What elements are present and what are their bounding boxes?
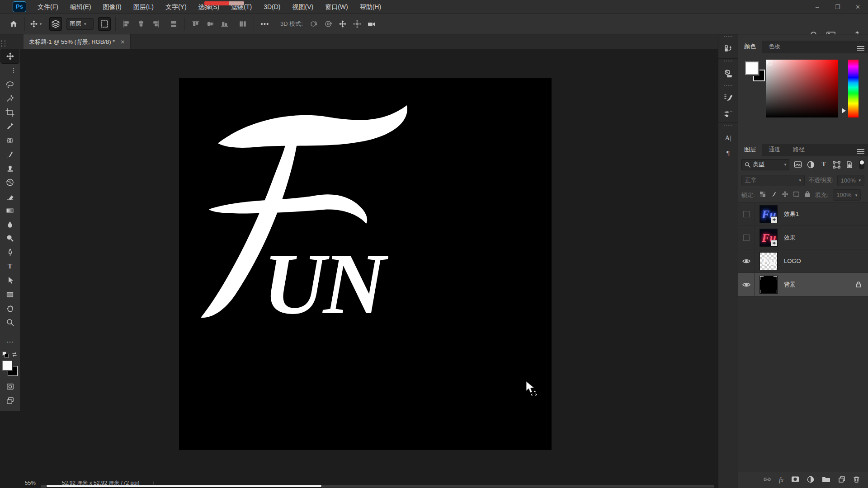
align-vertical-centers-icon[interactable]: [204, 17, 217, 31]
layer-name[interactable]: 效果: [784, 234, 796, 242]
layer-thumbnail[interactable]: [760, 276, 778, 294]
layer-name[interactable]: 背景: [784, 281, 796, 289]
saturation-brightness-field[interactable]: [766, 60, 838, 117]
auto-select-target-dropdown[interactable]: 图层▾: [66, 18, 94, 30]
strip-grip[interactable]: [724, 36, 732, 38]
layer-visibility-toggle[interactable]: [738, 226, 755, 249]
eraser-tool-button[interactable]: [1, 189, 19, 203]
rectangle-tool-button[interactable]: [1, 287, 19, 301]
filter-type-layers-icon[interactable]: T: [819, 161, 828, 168]
type-tool-button[interactable]: T: [1, 259, 19, 273]
more-align-options-icon[interactable]: •••: [259, 17, 271, 31]
add-layer-mask-icon[interactable]: [791, 476, 799, 484]
filter-pixel-layers-icon[interactable]: [793, 161, 802, 168]
menu-item-layer[interactable]: 图层(L): [127, 0, 160, 14]
swap-colors-icon[interactable]: [11, 352, 18, 358]
lock-image-pixels-icon[interactable]: [770, 191, 777, 199]
layer-name[interactable]: LOGO: [784, 258, 801, 264]
layer-name[interactable]: 效果1: [784, 210, 799, 218]
screen-mode-button[interactable]: [1, 394, 19, 408]
3d-camera-icon[interactable]: [365, 17, 378, 31]
align-horizontal-centers-icon[interactable]: [135, 17, 147, 31]
foreground-background-swatches[interactable]: [2, 361, 18, 376]
move-tool-preset-icon[interactable]: ▾: [29, 17, 42, 31]
delete-layer-icon[interactable]: [853, 476, 860, 485]
color-field-marker[interactable]: [767, 61, 772, 66]
history-brush-tool-button[interactable]: [1, 175, 19, 189]
brushes-panel-icon[interactable]: [722, 108, 734, 119]
magic-wand-tool-button[interactable]: [1, 91, 19, 105]
layer-visibility-toggle[interactable]: [738, 249, 755, 273]
hue-slider-pointer[interactable]: [842, 108, 846, 113]
document-close-icon[interactable]: ✕: [120, 39, 125, 45]
distribute-horizontal-icon[interactable]: [167, 17, 180, 31]
close-button[interactable]: ✕: [848, 0, 868, 14]
layer-filtering-toggle[interactable]: [859, 160, 864, 169]
menu-item-edit[interactable]: 编辑(E): [64, 0, 97, 14]
history-panel-icon[interactable]: [722, 44, 734, 55]
horizontal-scrollbar-thumb[interactable]: [46, 485, 322, 488]
new-layer-icon[interactable]: [838, 476, 845, 485]
layer-row-background[interactable]: 背景: [738, 273, 868, 296]
blend-mode-dropdown[interactable]: 正常▾: [741, 175, 805, 186]
document-tab[interactable]: 未标题-1 @ 55% (背景, RGB/8) * ✕: [24, 34, 131, 49]
layer-visibility-toggle[interactable]: [738, 273, 755, 296]
dodge-tool-button[interactable]: [1, 231, 19, 245]
opacity-dropdown[interactable]: 100%▾: [837, 175, 864, 186]
smudge-tool-button[interactable]: [1, 217, 19, 231]
auto-select-toggle-icon[interactable]: [49, 17, 62, 31]
filter-adjustment-layers-icon[interactable]: [807, 161, 816, 169]
menu-item-image[interactable]: 图像(I): [97, 0, 127, 14]
move-tool-button[interactable]: [1, 49, 19, 63]
foreground-color-swatch[interactable]: [2, 361, 12, 371]
crop-tool-button[interactable]: [1, 105, 19, 119]
strip-grip[interactable]: [724, 85, 732, 87]
fill-dropdown[interactable]: 100%▾: [833, 189, 861, 201]
hand-tool-button[interactable]: [1, 301, 19, 315]
brush-tool-button[interactable]: [1, 147, 19, 161]
pen-tool-button[interactable]: [1, 245, 19, 259]
layer-visibility-toggle[interactable]: [738, 202, 755, 226]
strip-grip[interactable]: [724, 125, 732, 127]
lock-all-icon[interactable]: [804, 191, 811, 199]
3d-roll-icon[interactable]: [322, 17, 335, 31]
clone-stamp-tool-button[interactable]: [1, 161, 19, 175]
restore-button[interactable]: ❐: [827, 0, 848, 14]
menu-item-type[interactable]: 文字(Y): [160, 0, 193, 14]
tab-paths[interactable]: 路径: [787, 143, 811, 156]
align-top-edges-icon[interactable]: [189, 17, 202, 31]
minimize-button[interactable]: –: [807, 0, 827, 14]
3d-panel-icon[interactable]: [722, 68, 734, 79]
brush-settings-panel-icon[interactable]: [722, 93, 734, 103]
horizontal-scrollbar[interactable]: [41, 485, 714, 488]
zoom-tool-button[interactable]: [1, 315, 19, 329]
filter-shape-layers-icon[interactable]: [832, 161, 841, 169]
lock-artboard-nesting-icon[interactable]: [793, 191, 800, 199]
menu-item-file[interactable]: 文件(F): [32, 0, 64, 14]
artboard[interactable]: UN: [179, 78, 552, 450]
show-transform-controls-icon[interactable]: [98, 17, 111, 31]
menu-item-help[interactable]: 帮助(H): [354, 0, 387, 14]
home-icon[interactable]: [7, 17, 20, 31]
gradient-tool-button[interactable]: [1, 203, 19, 217]
panel-menu-icon[interactable]: [857, 46, 864, 51]
marquee-tool-button[interactable]: [1, 63, 19, 77]
tab-channels[interactable]: 通道: [762, 143, 787, 156]
default-colors-icon[interactable]: [2, 352, 9, 358]
new-adjustment-layer-icon[interactable]: [807, 476, 814, 485]
align-left-edges-icon[interactable]: [120, 17, 133, 31]
menu-item-window[interactable]: 窗口(W): [319, 0, 354, 14]
tab-layers[interactable]: 图层: [738, 143, 762, 156]
layer-thumbnail[interactable]: Fu: [760, 205, 778, 223]
canvas-area[interactable]: UN: [20, 49, 718, 478]
healing-brush-tool-button[interactable]: [1, 133, 19, 147]
layer-thumbnail[interactable]: Fu: [760, 229, 778, 247]
character-panel-icon[interactable]: A|: [722, 132, 734, 143]
3d-pan-icon[interactable]: [336, 17, 349, 31]
layer-row-effect1[interactable]: Fu 效果1: [738, 202, 868, 226]
foreground-color-swatch[interactable]: [745, 61, 759, 75]
align-bottom-edges-icon[interactable]: [218, 17, 231, 31]
lock-position-icon[interactable]: [782, 191, 788, 199]
paragraph-panel-icon[interactable]: ¶: [722, 148, 734, 159]
menu-item-3d[interactable]: 3D(D): [258, 0, 286, 14]
